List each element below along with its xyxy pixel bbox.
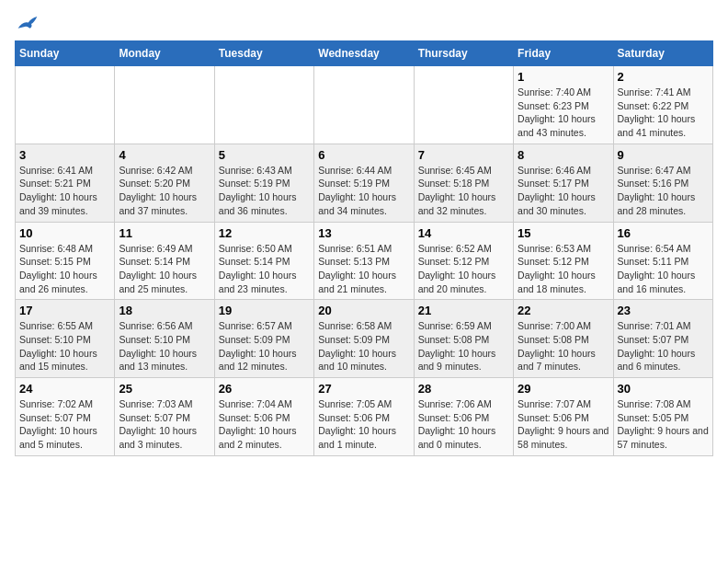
day-content: Sunrise: 6:56 AM Sunset: 5:10 PM Dayligh… xyxy=(119,319,210,373)
page-header xyxy=(15,15,713,33)
weekday-header-tuesday: Tuesday xyxy=(214,41,313,66)
day-content: Sunrise: 7:41 AM Sunset: 6:22 PM Dayligh… xyxy=(618,86,709,140)
calendar-cell: 9Sunrise: 6:47 AM Sunset: 5:16 PM Daylig… xyxy=(613,144,712,222)
day-content: Sunrise: 7:06 AM Sunset: 5:06 PM Dayligh… xyxy=(418,397,509,452)
weekday-header-thursday: Thursday xyxy=(414,41,513,66)
day-content: Sunrise: 6:55 AM Sunset: 5:10 PM Dayligh… xyxy=(19,319,110,373)
logo-bird-icon xyxy=(17,15,39,33)
day-number: 17 xyxy=(19,304,110,317)
calendar-body: 1Sunrise: 7:40 AM Sunset: 6:23 PM Daylig… xyxy=(16,66,713,456)
day-number: 18 xyxy=(119,304,210,317)
day-number: 7 xyxy=(418,148,509,162)
calendar-table: SundayMondayTuesdayWednesdayThursdayFrid… xyxy=(15,40,713,456)
calendar-cell xyxy=(16,66,115,144)
calendar-cell: 12Sunrise: 6:50 AM Sunset: 5:14 PM Dayli… xyxy=(214,222,313,300)
day-content: Sunrise: 6:54 AM Sunset: 5:11 PM Dayligh… xyxy=(618,242,709,296)
calendar-week-row: 1Sunrise: 7:40 AM Sunset: 6:23 PM Daylig… xyxy=(16,66,713,144)
day-number: 30 xyxy=(618,382,709,396)
day-content: Sunrise: 6:52 AM Sunset: 5:12 PM Dayligh… xyxy=(418,242,509,296)
day-number: 29 xyxy=(518,382,609,396)
day-content: Sunrise: 7:01 AM Sunset: 5:07 PM Dayligh… xyxy=(618,319,709,373)
day-number: 19 xyxy=(219,304,310,317)
day-number: 26 xyxy=(219,382,310,396)
day-number: 2 xyxy=(618,70,709,84)
calendar-week-row: 3Sunrise: 6:41 AM Sunset: 5:21 PM Daylig… xyxy=(16,144,713,222)
day-number: 16 xyxy=(618,226,709,240)
day-number: 23 xyxy=(618,304,709,317)
day-content: Sunrise: 6:48 AM Sunset: 5:15 PM Dayligh… xyxy=(19,242,110,296)
calendar-week-row: 10Sunrise: 6:48 AM Sunset: 5:15 PM Dayli… xyxy=(16,222,713,300)
day-content: Sunrise: 6:42 AM Sunset: 5:20 PM Dayligh… xyxy=(119,164,210,218)
calendar-cell: 6Sunrise: 6:44 AM Sunset: 5:19 PM Daylig… xyxy=(314,144,414,222)
day-content: Sunrise: 6:43 AM Sunset: 5:19 PM Dayligh… xyxy=(219,164,310,218)
day-number: 1 xyxy=(518,70,609,84)
day-content: Sunrise: 7:00 AM Sunset: 5:08 PM Dayligh… xyxy=(518,319,609,373)
day-number: 12 xyxy=(219,226,310,240)
day-number: 13 xyxy=(318,226,409,240)
day-number: 14 xyxy=(418,226,509,240)
day-content: Sunrise: 6:49 AM Sunset: 5:14 PM Dayligh… xyxy=(119,242,210,296)
calendar-cell: 11Sunrise: 6:49 AM Sunset: 5:14 PM Dayli… xyxy=(115,222,214,300)
day-number: 9 xyxy=(618,148,709,162)
day-content: Sunrise: 6:59 AM Sunset: 5:08 PM Dayligh… xyxy=(418,319,509,373)
day-content: Sunrise: 6:53 AM Sunset: 5:12 PM Dayligh… xyxy=(518,242,609,296)
day-content: Sunrise: 6:47 AM Sunset: 5:16 PM Dayligh… xyxy=(618,164,709,218)
day-content: Sunrise: 7:04 AM Sunset: 5:06 PM Dayligh… xyxy=(219,397,310,452)
calendar-cell: 16Sunrise: 6:54 AM Sunset: 5:11 PM Dayli… xyxy=(613,222,712,300)
day-number: 20 xyxy=(318,304,409,317)
calendar-cell xyxy=(115,66,214,144)
calendar-cell: 17Sunrise: 6:55 AM Sunset: 5:10 PM Dayli… xyxy=(16,300,115,378)
day-number: 4 xyxy=(119,148,210,162)
calendar-cell: 3Sunrise: 6:41 AM Sunset: 5:21 PM Daylig… xyxy=(16,144,115,222)
calendar-cell: 29Sunrise: 7:07 AM Sunset: 5:06 PM Dayli… xyxy=(514,378,613,456)
calendar-cell: 15Sunrise: 6:53 AM Sunset: 5:12 PM Dayli… xyxy=(514,222,613,300)
calendar-cell xyxy=(414,66,513,144)
weekday-header-monday: Monday xyxy=(115,41,214,66)
day-number: 21 xyxy=(418,304,509,317)
calendar-cell: 10Sunrise: 6:48 AM Sunset: 5:15 PM Dayli… xyxy=(16,222,115,300)
calendar-cell: 18Sunrise: 6:56 AM Sunset: 5:10 PM Dayli… xyxy=(115,300,214,378)
day-number: 15 xyxy=(518,226,609,240)
day-number: 24 xyxy=(19,382,110,396)
calendar-cell: 13Sunrise: 6:51 AM Sunset: 5:13 PM Dayli… xyxy=(314,222,414,300)
calendar-cell: 5Sunrise: 6:43 AM Sunset: 5:19 PM Daylig… xyxy=(214,144,313,222)
calendar-cell: 30Sunrise: 7:08 AM Sunset: 5:05 PM Dayli… xyxy=(613,378,712,456)
day-number: 10 xyxy=(19,226,110,240)
calendar-cell: 21Sunrise: 6:59 AM Sunset: 5:08 PM Dayli… xyxy=(414,300,513,378)
day-number: 11 xyxy=(119,226,210,240)
day-content: Sunrise: 6:51 AM Sunset: 5:13 PM Dayligh… xyxy=(318,242,409,296)
weekday-header-saturday: Saturday xyxy=(613,41,712,66)
day-number: 8 xyxy=(518,148,609,162)
day-number: 25 xyxy=(119,382,210,396)
day-content: Sunrise: 6:46 AM Sunset: 5:17 PM Dayligh… xyxy=(518,164,609,218)
calendar-cell: 23Sunrise: 7:01 AM Sunset: 5:07 PM Dayli… xyxy=(613,300,712,378)
day-number: 3 xyxy=(19,148,110,162)
calendar-cell: 7Sunrise: 6:45 AM Sunset: 5:18 PM Daylig… xyxy=(414,144,513,222)
day-content: Sunrise: 6:44 AM Sunset: 5:19 PM Dayligh… xyxy=(318,164,409,218)
calendar-header-row: SundayMondayTuesdayWednesdayThursdayFrid… xyxy=(16,41,713,66)
calendar-cell: 8Sunrise: 6:46 AM Sunset: 5:17 PM Daylig… xyxy=(514,144,613,222)
logo xyxy=(15,15,39,33)
calendar-cell: 2Sunrise: 7:41 AM Sunset: 6:22 PM Daylig… xyxy=(613,66,712,144)
day-content: Sunrise: 7:02 AM Sunset: 5:07 PM Dayligh… xyxy=(19,397,110,452)
calendar-cell xyxy=(314,66,414,144)
calendar-cell: 27Sunrise: 7:05 AM Sunset: 5:06 PM Dayli… xyxy=(314,378,414,456)
day-content: Sunrise: 6:50 AM Sunset: 5:14 PM Dayligh… xyxy=(219,242,310,296)
calendar-cell: 26Sunrise: 7:04 AM Sunset: 5:06 PM Dayli… xyxy=(214,378,313,456)
calendar-cell xyxy=(214,66,313,144)
calendar-cell: 28Sunrise: 7:06 AM Sunset: 5:06 PM Dayli… xyxy=(414,378,513,456)
day-content: Sunrise: 7:07 AM Sunset: 5:06 PM Dayligh… xyxy=(518,397,609,452)
calendar-cell: 1Sunrise: 7:40 AM Sunset: 6:23 PM Daylig… xyxy=(514,66,613,144)
day-content: Sunrise: 7:40 AM Sunset: 6:23 PM Dayligh… xyxy=(518,86,609,140)
calendar-cell: 20Sunrise: 6:58 AM Sunset: 5:09 PM Dayli… xyxy=(314,300,414,378)
calendar-week-row: 17Sunrise: 6:55 AM Sunset: 5:10 PM Dayli… xyxy=(16,300,713,378)
calendar-cell: 24Sunrise: 7:02 AM Sunset: 5:07 PM Dayli… xyxy=(16,378,115,456)
calendar-cell: 19Sunrise: 6:57 AM Sunset: 5:09 PM Dayli… xyxy=(214,300,313,378)
day-number: 27 xyxy=(318,382,409,396)
day-number: 28 xyxy=(418,382,509,396)
weekday-header-wednesday: Wednesday xyxy=(314,41,414,66)
day-content: Sunrise: 7:03 AM Sunset: 5:07 PM Dayligh… xyxy=(119,397,210,452)
day-content: Sunrise: 6:58 AM Sunset: 5:09 PM Dayligh… xyxy=(318,319,409,373)
weekday-header-friday: Friday xyxy=(514,41,613,66)
day-number: 22 xyxy=(518,304,609,317)
